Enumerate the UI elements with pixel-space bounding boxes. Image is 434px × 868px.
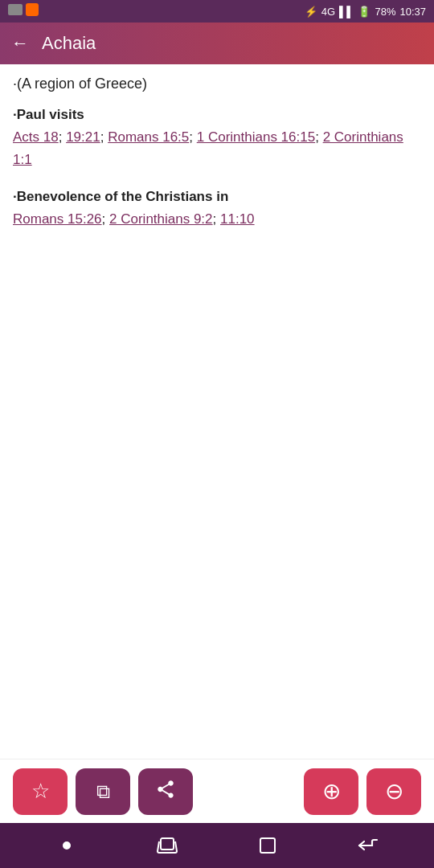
favorite-button[interactable]: ☆	[13, 768, 68, 815]
status-right-icons: ⚡ 4G ▌▌ 🔋 78% 10:37	[305, 6, 426, 18]
star-icon: ☆	[31, 779, 50, 804]
header: ← Achaia	[0, 23, 434, 64]
gallery-icon	[8, 4, 23, 15]
action-group-right: ⊕ ⊖	[304, 768, 421, 815]
remove-button[interactable]: ⊖	[366, 768, 421, 815]
nav-recent-button[interactable]	[147, 829, 187, 862]
notification-dot	[26, 3, 39, 16]
signal-icon: 4G	[321, 6, 335, 18]
home-dot-icon	[63, 841, 71, 850]
window-icon	[258, 836, 277, 855]
copy-icon: ⧉	[96, 780, 110, 803]
status-left-icons	[8, 3, 39, 16]
plus-circle-icon: ⊕	[322, 778, 341, 805]
link-romans165[interactable]: Romans 16:5	[108, 129, 189, 145]
minus-circle-icon: ⊖	[385, 778, 403, 805]
action-group-left: ☆ ⧉	[13, 768, 193, 815]
back-nav-icon	[358, 837, 379, 854]
battery-icon: 🔋	[358, 6, 371, 18]
bottom-action-bar: ☆ ⧉ ⊕ ⊖	[0, 759, 434, 823]
back-button[interactable]: ←	[11, 35, 29, 52]
bluetooth-icon: ⚡	[305, 6, 317, 18]
link-acts18[interactable]: Acts 18	[13, 129, 59, 145]
link-1110[interactable]: 11:10	[220, 211, 255, 227]
nav-home-button[interactable]	[47, 829, 87, 862]
region-description: ·(A region of Greece)	[13, 76, 421, 92]
battery-percent: 78%	[375, 6, 395, 18]
paul-visits-section: ·Paul visits Acts 18; 19:21; Romans 16:5…	[13, 107, 421, 171]
share-button[interactable]	[138, 768, 193, 815]
share-icon	[155, 779, 176, 805]
paul-visits-links: Acts 18; 19:21; Romans 16:5; 1 Corinthia…	[13, 126, 421, 171]
link-romans1526[interactable]: Romans 15:26	[13, 211, 102, 227]
link-2cor92[interactable]: 2 Corinthians 9:2	[109, 211, 213, 227]
benevolence-links: Romans 15:26; 2 Corinthians 9:2; 11:10	[13, 208, 421, 231]
status-bar: ⚡ 4G ▌▌ 🔋 78% 10:37	[0, 0, 434, 23]
copy-button[interactable]: ⧉	[76, 768, 130, 815]
page-title: Achaia	[42, 33, 96, 54]
recent-apps-icon	[156, 837, 178, 854]
time-display: 10:37	[399, 6, 426, 18]
signal-bars-icon: ▌▌	[339, 6, 354, 18]
add-button[interactable]: ⊕	[304, 768, 358, 815]
svg-rect-1	[260, 838, 275, 853]
link-1921[interactable]: 19:21	[66, 129, 100, 145]
svg-rect-0	[161, 838, 174, 850]
benevolence-title: ·Benevolence of the Christians in	[13, 189, 421, 205]
link-1cor1615[interactable]: 1 Corinthians 16:15	[197, 129, 315, 145]
nav-back-button[interactable]	[348, 829, 388, 862]
nav-bar	[0, 823, 434, 868]
benevolence-section: ·Benevolence of the Christians in Romans…	[13, 189, 421, 231]
paul-visits-title: ·Paul visits	[13, 107, 421, 123]
nav-window-button[interactable]	[248, 829, 288, 862]
main-content: ·(A region of Greece) ·Paul visits Acts …	[0, 64, 434, 759]
